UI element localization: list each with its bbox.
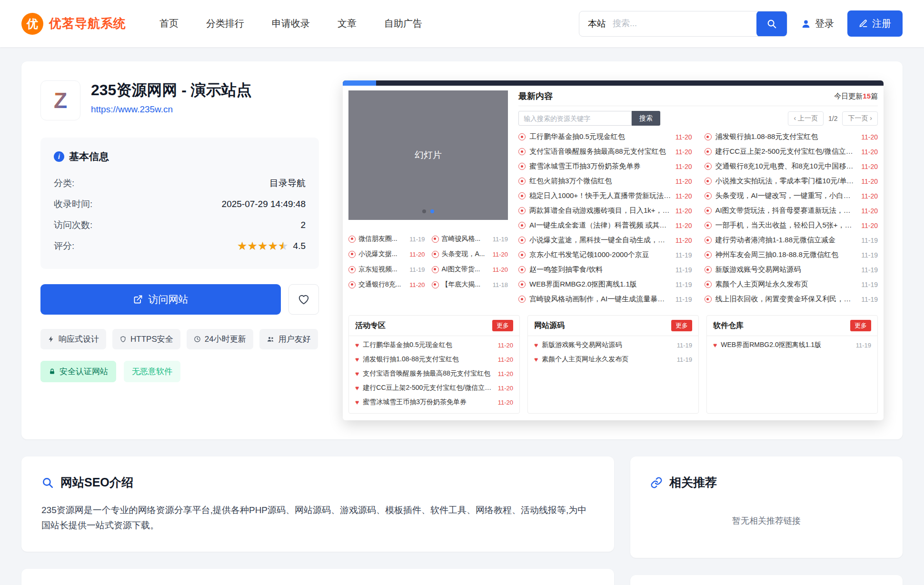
- news-item[interactable]: 支付宝语音唤醒服务抽最高88元支付宝红包 11-20: [518, 144, 692, 159]
- star-rating: ★★★★★ ★★★★★: [237, 240, 288, 252]
- red-circle-icon: [432, 266, 439, 273]
- news-item[interactable]: 建行CC豆上架2-500元支付宝红包/微信立减金 11-20: [705, 144, 878, 159]
- red-circle-icon: [348, 236, 356, 243]
- next-page-button[interactable]: 下一页 ›: [842, 111, 878, 126]
- red-circle-icon: [518, 148, 526, 155]
- red-circle-icon: [518, 251, 526, 258]
- news-item[interactable]: AI图文带货玩法，抖音母婴赛道新玩法，简单... 11-20: [705, 203, 878, 218]
- preview-pager: ‹ 上一页 1/2 下一页 ›: [788, 111, 878, 126]
- section-item[interactable]: ♥ 建行CC豆上架2-500元支付宝红包/微信立减金 11-20: [355, 381, 513, 395]
- login-link[interactable]: 登录: [801, 17, 834, 30]
- news-item[interactable]: 浦发银行抽1.08-88元支付宝红包 11-20: [705, 129, 878, 144]
- section-item[interactable]: ♥ WEB界面RMBG2.0抠图离线1.1版 11-19: [713, 338, 871, 352]
- news-item[interactable]: 小说推文实拍玩法，零成本零门槛10元/单，轻... 11-20: [705, 174, 878, 188]
- section-item[interactable]: ♥ 素颜个人主页网址永久发布页 11-19: [534, 352, 692, 367]
- badge-no-malware: 无恶意软件: [124, 361, 180, 382]
- preview-search-button[interactable]: 搜索: [632, 111, 660, 126]
- favorite-button[interactable]: [288, 284, 319, 315]
- search-button[interactable]: [756, 11, 787, 37]
- main-nav: 首页 分类排行 申请收录 文章 自助广告: [159, 17, 422, 30]
- section-item[interactable]: ♥ 蜜雪冰城雪王币抽3万份奶茶免单券 11-20: [355, 395, 513, 409]
- mini-list-item[interactable]: 宫崎骏风格... 11-19: [432, 231, 508, 247]
- news-item[interactable]: 工行鹏华基金抽0.5元现金红包 11-20: [518, 129, 692, 144]
- preview-mini-list: 微信朋友圈... 11-19 宫崎骏风格... 11-19: [348, 231, 508, 292]
- section-software: 软件仓库 更多 ♥ WEB界面RMBG2.0抠图离线1.1版 11-19: [706, 315, 878, 414]
- nav-link[interactable]: 文章: [338, 17, 357, 30]
- page-title: 235资源网网 - 演示站点: [91, 80, 252, 99]
- news-item[interactable]: 京东小红书发笔记领1000-2000个京豆 11-19: [518, 248, 692, 262]
- tag-responsive: 响应式设计: [40, 329, 106, 349]
- preview-slideshow[interactable]: 幻灯片: [348, 90, 508, 220]
- nav-link[interactable]: 首页: [159, 17, 179, 30]
- news-item[interactable]: 建行劳动者港湾抽1-1.88元微信立减金 11-19: [705, 233, 878, 248]
- red-circle-icon: [518, 296, 526, 303]
- slide-dot-active[interactable]: [430, 209, 434, 213]
- red-circle-icon: [432, 236, 439, 243]
- seo-description: 235资源网是一个专业的网络资源分享平台,提供各种PHP源码、网站源码、游戏源码…: [41, 503, 594, 534]
- news-item[interactable]: 交通银行8充10元电费、和8充10元中国移动话费 11-20: [705, 159, 878, 174]
- site-preview[interactable]: 幻灯片 微信朋友圈...: [343, 80, 884, 420]
- register-label: 注册: [872, 17, 891, 30]
- news-item[interactable]: 两款算谱全自动游戏搬砖项目，日入1k+，稳... 11-20: [518, 203, 692, 218]
- news-item[interactable]: 稳定日入1000+！快手无人直播带货新玩法，... 11-20: [518, 188, 692, 203]
- mini-list-item[interactable]: AI图文带货... 11-20: [432, 262, 508, 277]
- basic-info-title: 基本信息: [69, 150, 109, 163]
- visit-site-label: 访问网站: [149, 293, 189, 306]
- news-item[interactable]: 新版游戏账号交易网站源码 11-19: [705, 262, 878, 277]
- news-item[interactable]: WEB界面RMBG2.0抠图离线1.1版 11-19: [518, 277, 692, 292]
- mini-list-item[interactable]: 【年底大揭... 11-18: [432, 277, 508, 292]
- related-card: 相关推荐 暂无相关推荐链接: [630, 456, 903, 558]
- badge-secure: 安全认证网站: [40, 361, 116, 382]
- tag-updates: 24小时更新: [187, 329, 253, 349]
- section-item[interactable]: ♥ 工行鹏华基金抽0.5元现金红包 11-20: [355, 338, 513, 352]
- nav-link[interactable]: 自助广告: [384, 17, 422, 30]
- heart-icon: ♥: [534, 342, 538, 348]
- more-button[interactable]: 更多: [492, 320, 513, 331]
- mini-list-item[interactable]: 头条变现，A... 11-20: [432, 247, 508, 262]
- red-circle-icon: [518, 207, 526, 214]
- mini-list-item[interactable]: 微信朋友圈... 11-19: [348, 231, 425, 247]
- news-item[interactable]: 小说爆文蓝途，黑科技一键全自动生成，新手... 11-20: [518, 233, 692, 248]
- red-circle-icon: [705, 237, 712, 244]
- news-item[interactable]: 赵一鸣签到抽零食/饮料 11-19: [518, 262, 692, 277]
- lightning-icon: [48, 336, 55, 343]
- search-scope-select[interactable]: 本站: [579, 18, 613, 30]
- news-item[interactable]: AI一键生成全套道（法律）科普视频 或其他套... 11-20: [518, 218, 692, 233]
- news-item[interactable]: 蜜雪冰城雪王币抽3万份奶茶免单券 11-20: [518, 159, 692, 174]
- site-url-link[interactable]: https://www.235w.cn: [91, 104, 173, 115]
- section-item[interactable]: ♥ 浦发银行抽1.08-88元支付宝红包 11-20: [355, 352, 513, 367]
- news-item[interactable]: 素颜个人主页网址永久发布页 11-19: [705, 277, 878, 292]
- link-icon: [650, 476, 663, 489]
- visit-site-button[interactable]: 访问网站: [40, 284, 281, 315]
- register-button[interactable]: 注册: [847, 10, 903, 37]
- red-circle-icon: [432, 281, 439, 288]
- external-link-icon: [133, 295, 143, 304]
- info-row-time: 收录时间: 2025-07-29 14:49:48: [54, 194, 306, 215]
- search-input[interactable]: [613, 19, 756, 29]
- brand-name: 优茗导航系统: [49, 15, 126, 32]
- red-circle-icon: [705, 133, 712, 140]
- news-item[interactable]: 红包火箭抽3万个微信红包 11-20: [518, 174, 692, 188]
- heart-icon: ♥: [355, 356, 359, 363]
- news-item[interactable]: 头条变现，AI一键改写，一键重写，小白可做... 11-20: [705, 188, 878, 203]
- section-item[interactable]: ♥ 支付宝语音唤醒服务抽最高88元支付宝红包 11-20: [355, 367, 513, 381]
- basic-info-panel: 基本信息 分类: 目录导航 收录时间: 2025-07-29 14:49:48 …: [40, 138, 319, 269]
- news-item[interactable]: 宫崎骏风格动画制作，AI一键生成流量暴涨，... 11-19: [518, 292, 692, 307]
- mini-list-item[interactable]: 交通银行8充... 11-20: [348, 277, 425, 292]
- info-icon: [54, 151, 64, 162]
- mini-list-item[interactable]: 小说爆文据... 11-20: [348, 247, 425, 262]
- nav-link[interactable]: 分类排行: [206, 17, 244, 30]
- slide-dot[interactable]: [422, 209, 426, 213]
- search-icon: [41, 476, 54, 489]
- prev-page-button[interactable]: ‹ 上一页: [788, 111, 824, 126]
- nav-link[interactable]: 申请收录: [272, 17, 310, 30]
- site-logo-link[interactable]: 优 优茗导航系统: [21, 13, 126, 35]
- mini-list-item[interactable]: 京东短视频... 11-19: [348, 262, 425, 277]
- more-button[interactable]: 更多: [671, 320, 692, 331]
- more-button[interactable]: 更多: [850, 320, 871, 331]
- preview-search-input[interactable]: [518, 111, 632, 126]
- news-item[interactable]: 一部手机，当天出收益，轻松日入5张+，小白... 11-20: [705, 218, 878, 233]
- news-item[interactable]: 线上旧衣回收，闲置变黄金环保又利民，月入1... 11-19: [705, 292, 878, 307]
- news-item[interactable]: 神州车友会周三抽0.18-88.8元微信红包 11-19: [705, 248, 878, 262]
- section-item[interactable]: ♥ 新版游戏账号交易网站源码 11-19: [534, 338, 692, 352]
